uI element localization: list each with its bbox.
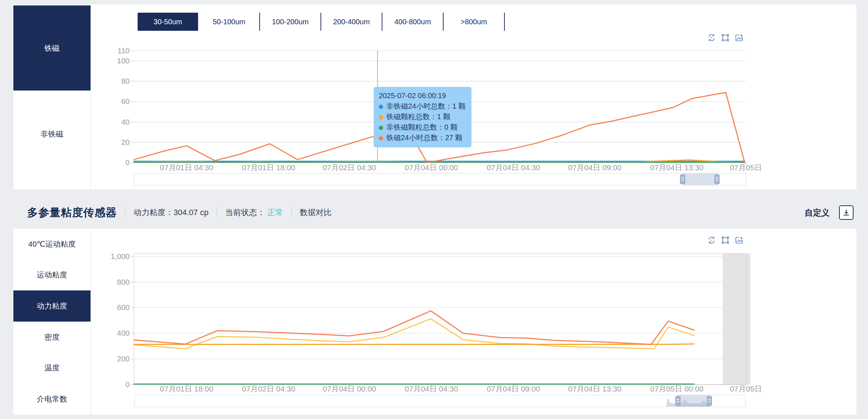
svg-text:800: 800 bbox=[117, 278, 130, 286]
svg-text:07月04日 04:30: 07月04日 04:30 bbox=[405, 385, 458, 393]
download-icon bbox=[842, 209, 850, 217]
status-readout: 当前状态：正常 bbox=[225, 207, 283, 218]
section-title: 多参量粘度传感器 bbox=[27, 205, 117, 220]
svg-text:07月04日 09:00: 07月04日 09:00 bbox=[487, 385, 540, 393]
viscosity-section-header: 多参量粘度传感器 动力粘度：304.07 cp 当前状态：正常 数据对比 自定义 bbox=[27, 201, 854, 224]
svg-text:80: 80 bbox=[121, 77, 130, 85]
status-badge: 正常 bbox=[267, 208, 283, 217]
dashboard-page: 铁磁非铁磁 30-50um50-100um100-200um200-400um4… bbox=[0, 0, 868, 419]
datazoom-window[interactable] bbox=[683, 173, 718, 185]
svg-text:07月04日 09:00: 07月04日 09:00 bbox=[568, 163, 621, 172]
svg-text:07月02日 04:30: 07月02日 04:30 bbox=[242, 385, 295, 393]
datazoom-slider[interactable] bbox=[134, 395, 746, 407]
svg-text:200: 200 bbox=[117, 355, 130, 363]
svg-text:07月04日 13:30: 07月04日 13:30 bbox=[568, 385, 621, 393]
particle-counter-panel: 铁磁非铁磁 30-50um50-100um100-200um200-400um4… bbox=[13, 4, 856, 189]
series-line bbox=[134, 92, 745, 163]
series-line bbox=[134, 311, 694, 344]
svg-text:07月05日: 07月05日 bbox=[730, 163, 762, 172]
svg-text:07月04日 13:30: 07月04日 13:30 bbox=[650, 163, 703, 172]
svg-text:400: 400 bbox=[117, 329, 130, 337]
header-separator bbox=[125, 208, 126, 217]
header-separator bbox=[217, 208, 217, 217]
metric-readout: 动力粘度：304.07 cp bbox=[134, 207, 209, 218]
svg-text:07月05日: 07月05日 bbox=[730, 385, 762, 393]
svg-text:0: 0 bbox=[125, 380, 130, 389]
datazoom-handle-left[interactable] bbox=[680, 175, 685, 184]
svg-text:110: 110 bbox=[118, 46, 130, 55]
viscosity-sensor-panel: 40℃运动粘度运动粘度动力粘度密度温度介电常数 bbox=[13, 229, 856, 415]
svg-text:0: 0 bbox=[125, 158, 130, 167]
svg-text:07月01日 04:30: 07月01日 04:30 bbox=[160, 163, 213, 172]
svg-text:1,000: 1,000 bbox=[110, 252, 130, 260]
svg-text:100: 100 bbox=[117, 56, 130, 65]
svg-text:40: 40 bbox=[121, 118, 130, 126]
custom-range-button[interactable]: 自定义 bbox=[805, 207, 830, 218]
datazoom-handle-right[interactable] bbox=[714, 175, 720, 184]
particle-count-chart[interactable]: 02040608010011007月01日 04:3007月01日 18:000… bbox=[13, 4, 856, 189]
svg-text:20: 20 bbox=[121, 138, 130, 146]
series-line bbox=[134, 344, 694, 344]
datazoom-handle-right[interactable] bbox=[707, 396, 712, 406]
svg-text:07月01日 18:00: 07月01日 18:00 bbox=[242, 163, 295, 172]
svg-text:07月04日 00:00: 07月04日 00:00 bbox=[405, 163, 458, 172]
svg-text:600: 600 bbox=[117, 303, 130, 311]
svg-text:07月04日 04:30: 07月04日 04:30 bbox=[487, 163, 540, 172]
svg-text:07月01日 18:00: 07月01日 18:00 bbox=[160, 385, 213, 393]
viscosity-chart[interactable]: 02004006008001,00007月01日 18:0007月02日 04:… bbox=[13, 229, 856, 415]
export-button[interactable] bbox=[839, 205, 854, 220]
svg-text:60: 60 bbox=[121, 97, 130, 105]
svg-text:07月05日 00:00: 07月05日 00:00 bbox=[650, 385, 703, 393]
data-compare-link[interactable]: 数据对比 bbox=[300, 207, 332, 218]
datazoom-slider[interactable] bbox=[134, 173, 746, 185]
datazoom-window[interactable] bbox=[678, 395, 710, 407]
datazoom-handle-left[interactable] bbox=[675, 396, 680, 406]
header-separator bbox=[291, 208, 292, 217]
svg-text:07月04日 00:00: 07月04日 00:00 bbox=[323, 385, 376, 393]
svg-text:07月02日 04:30: 07月02日 04:30 bbox=[323, 163, 376, 172]
